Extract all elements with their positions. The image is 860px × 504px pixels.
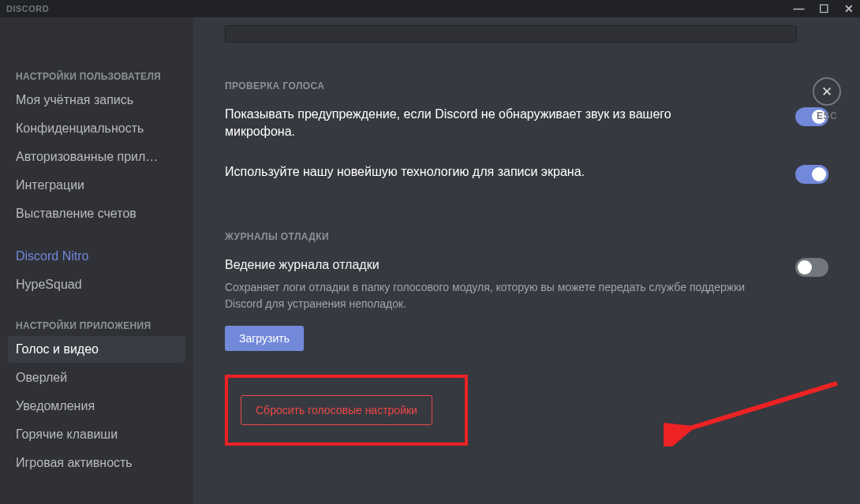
sidebar-item-game-activity[interactable]: Игровая активность (8, 450, 185, 476)
setting-debug-log: Ведение журнала отладки Сохраняет логи о… (225, 256, 828, 312)
reset-voice-button[interactable]: Сбросить голосовые настройки (241, 395, 432, 425)
sidebar-item-authorized-apps[interactable]: Авторизованные прил… (8, 144, 185, 170)
input-device-dropdown[interactable] (225, 25, 797, 43)
app-name: DISCORD (6, 4, 49, 13)
reset-highlight-box: Сбросить голосовые настройки (225, 375, 468, 446)
sidebar-item-hypesquad[interactable]: HypeSquad (8, 271, 185, 298)
download-button[interactable]: Загрузить (225, 326, 304, 351)
sidebar-item-voice-video[interactable]: Голос и видео (8, 336, 185, 363)
close-settings-button[interactable]: ✕ (813, 77, 841, 106)
annotation-arrow-icon (664, 375, 853, 446)
sidebar-heading-user: НАСТРОЙКИ ПОЛЬЗОВАТЕЛЯ (8, 65, 185, 87)
section-voice-check: ПРОВЕРКА ГОЛОСА (225, 80, 828, 91)
titlebar: DISCORD — ☐ ✕ (0, 0, 860, 17)
window-controls: — ☐ ✕ (794, 3, 854, 14)
close-x-icon: ✕ (821, 84, 832, 100)
close-settings-label: ESC (813, 110, 841, 121)
sidebar-heading-app: НАСТРОЙКИ ПРИЛОЖЕНИЯ (8, 314, 185, 336)
setting-debug-log-desc: Сохраняет логи отладки в папку голосовог… (225, 279, 777, 312)
toggle-debug-log[interactable] (795, 258, 828, 277)
section-debug-logs: ЖУРНАЛЫ ОТЛАДКИ (225, 231, 828, 242)
sidebar-item-notifications[interactable]: Уведомления (8, 393, 185, 420)
svg-line-1 (687, 383, 837, 429)
close-settings: ✕ ESC (813, 77, 841, 121)
close-icon[interactable]: ✕ (844, 3, 854, 14)
sidebar-item-hotkeys[interactable]: Горячие клавиши (8, 421, 185, 448)
setting-debug-log-title: Ведение журнала отладки (225, 256, 777, 274)
toggle-screen-capture[interactable] (795, 165, 828, 184)
sidebar-item-account[interactable]: Моя учётная запись (8, 87, 185, 114)
maximize-icon[interactable]: ☐ (819, 3, 830, 14)
app-body: НАСТРОЙКИ ПОЛЬЗОВАТЕЛЯ Моя учётная запис… (0, 17, 860, 504)
sidebar-item-privacy[interactable]: Конфиденциальность (8, 115, 185, 142)
setting-screen-capture: Используйте нашу новейшую технологию для… (225, 163, 828, 184)
sidebar-item-billing[interactable]: Выставление счетов (8, 200, 185, 227)
setting-screen-capture-label: Используйте нашу новейшую технологию для… (225, 163, 585, 181)
minimize-icon[interactable]: — (794, 3, 806, 14)
setting-warn-no-input-label: Показывать предупреждение, если Discord … (225, 106, 730, 141)
setting-warn-no-input: Показывать предупреждение, если Discord … (225, 106, 828, 141)
sidebar-item-nitro[interactable]: Discord Nitro (8, 243, 185, 270)
settings-content: ПРОВЕРКА ГОЛОСА Показывать предупреждени… (193, 17, 860, 504)
sidebar-item-integrations[interactable]: Интеграции (8, 172, 185, 199)
settings-sidebar: НАСТРОЙКИ ПОЛЬЗОВАТЕЛЯ Моя учётная запис… (0, 17, 193, 504)
sidebar-item-overlay[interactable]: Оверлей (8, 364, 185, 391)
